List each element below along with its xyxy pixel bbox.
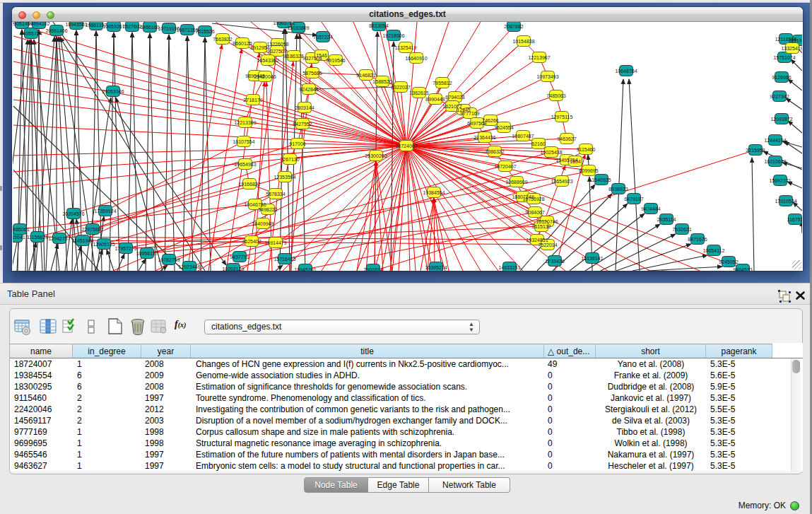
svg-text:7632621: 7632621 <box>672 227 691 232</box>
svg-text:16120746: 16120746 <box>536 219 558 224</box>
svg-text:5878334: 5878334 <box>266 192 285 197</box>
svg-text:3624554: 3624554 <box>494 125 513 130</box>
svg-text:9084067: 9084067 <box>525 210 544 215</box>
svg-text:15136141: 15136141 <box>581 256 603 261</box>
svg-text:7955812: 7955812 <box>433 81 452 86</box>
svg-text:10756928: 10756928 <box>522 197 544 201</box>
svg-text:21364436: 21364436 <box>473 135 495 140</box>
svg-text:9146821: 9146821 <box>356 73 375 78</box>
svg-text:12213967: 12213967 <box>528 55 550 60</box>
svg-text:6479197: 6479197 <box>624 197 643 201</box>
svg-text:9463627: 9463627 <box>557 136 576 141</box>
svg-text:7625402: 7625402 <box>242 239 261 244</box>
svg-text:62160: 62160 <box>531 141 546 146</box>
svg-text:19324851: 19324851 <box>526 238 548 243</box>
svg-text:3215958: 3215958 <box>746 148 765 153</box>
svg-text:20204576: 20204576 <box>62 211 84 216</box>
svg-text:19166822: 19166822 <box>238 182 260 187</box>
svg-text:12093872: 12093872 <box>770 117 792 122</box>
svg-text:8427552: 8427552 <box>293 122 312 127</box>
svg-text:9227342: 9227342 <box>770 94 789 99</box>
svg-text:10648784: 10648784 <box>615 69 637 74</box>
svg-text:29053346: 29053346 <box>102 89 124 94</box>
svg-text:9464533: 9464533 <box>733 267 752 271</box>
svg-text:20894102: 20894102 <box>28 22 49 26</box>
svg-text:7386322: 7386322 <box>485 149 504 154</box>
svg-text:14633151: 14633151 <box>498 265 520 270</box>
svg-text:12923446: 12923446 <box>178 264 200 269</box>
svg-text:17010534: 17010534 <box>775 199 796 204</box>
svg-text:1615132: 1615132 <box>531 224 551 229</box>
svg-text:16033809: 16033809 <box>287 25 309 30</box>
svg-text:13325419: 13325419 <box>781 46 802 51</box>
svg-text:20691406: 20691406 <box>45 28 67 33</box>
svg-text:9327509: 9327509 <box>267 49 286 54</box>
svg-text:7902614: 7902614 <box>363 267 382 271</box>
svg-text:12942757: 12942757 <box>48 236 70 241</box>
svg-text:6497568: 6497568 <box>467 121 486 126</box>
svg-text:6794028: 6794028 <box>445 95 464 100</box>
svg-text:11325419: 11325419 <box>395 45 417 50</box>
svg-text:16543362: 16543362 <box>257 58 278 63</box>
svg-text:12975115: 12975115 <box>551 115 573 119</box>
svg-text:16640910: 16640910 <box>405 56 427 61</box>
svg-text:8660125: 8660125 <box>233 41 252 46</box>
svg-text:11451944: 11451944 <box>72 238 94 243</box>
svg-text:18943581: 18943581 <box>65 22 87 27</box>
svg-text:15692371: 15692371 <box>769 178 791 183</box>
svg-text:5498222: 5498222 <box>258 207 277 212</box>
svg-text:25300203: 25300203 <box>365 153 387 158</box>
svg-text:9457791: 9457791 <box>230 255 249 259</box>
svg-text:1640925: 1640925 <box>592 177 611 182</box>
svg-text:10395214: 10395214 <box>425 265 447 270</box>
svg-text:10958117: 10958117 <box>136 251 158 256</box>
svg-text:6099695: 6099695 <box>579 168 598 173</box>
svg-text:9115460: 9115460 <box>577 147 596 152</box>
svg-text:1362615: 1362615 <box>409 90 428 95</box>
svg-text:18724007: 18724007 <box>395 144 417 148</box>
svg-text:6322037: 6322037 <box>391 85 410 90</box>
svg-text:16782759: 16782759 <box>158 257 180 262</box>
svg-text:2718170: 2718170 <box>243 98 262 103</box>
svg-text:15716485: 15716485 <box>273 257 295 262</box>
svg-text:23420046: 23420046 <box>254 74 276 79</box>
svg-text:12444194: 12444194 <box>764 138 786 143</box>
svg-text:11519784: 11519784 <box>789 38 802 43</box>
svg-text:7515526: 7515526 <box>195 29 214 34</box>
svg-text:116753: 116753 <box>787 217 802 222</box>
svg-text:10653267: 10653267 <box>102 24 124 29</box>
svg-text:12353594: 12353594 <box>273 175 295 180</box>
svg-text:9245052: 9245052 <box>719 259 738 264</box>
svg-text:917006: 917006 <box>289 141 305 146</box>
svg-text:10654112: 10654112 <box>703 248 725 253</box>
svg-text:17359924: 17359924 <box>94 209 116 214</box>
svg-text:8186328: 8186328 <box>284 54 303 59</box>
svg-text:11156829: 11156829 <box>27 235 48 240</box>
svg-text:10046786: 10046786 <box>244 202 266 207</box>
svg-text:5875685: 5875685 <box>302 71 322 76</box>
svg-text:3267130: 3267130 <box>280 157 299 162</box>
svg-text:10154838: 10154838 <box>512 39 534 44</box>
svg-text:10025438: 10025438 <box>540 150 562 155</box>
svg-text:12905135: 12905135 <box>93 242 114 247</box>
svg-text:16914479: 16914479 <box>264 240 286 245</box>
svg-text:7485063: 7485063 <box>546 93 565 98</box>
svg-text:8813054: 8813054 <box>369 23 388 28</box>
svg-text:16107554: 16107554 <box>233 139 254 144</box>
svg-text:10973493: 10973493 <box>536 74 558 79</box>
svg-text:12213369: 12213369 <box>234 120 256 125</box>
svg-text:1546: 1546 <box>316 53 327 58</box>
svg-text:9242848: 9242848 <box>299 87 318 92</box>
svg-text:7663822: 7663822 <box>213 37 232 42</box>
svg-text:13226058: 13226058 <box>266 42 288 47</box>
svg-text:18945701: 18945701 <box>294 267 316 271</box>
svg-text:7357224: 7357224 <box>313 35 332 40</box>
svg-text:10202129: 10202129 <box>222 267 244 271</box>
svg-text:1588520: 1588520 <box>372 79 392 84</box>
svg-text:8990448: 8990448 <box>425 97 445 102</box>
svg-text:9474444: 9474444 <box>641 206 660 211</box>
svg-text:5485061: 5485061 <box>13 227 30 232</box>
svg-text:19384554: 19384554 <box>423 190 445 195</box>
svg-text:18654923: 18654923 <box>551 179 572 184</box>
svg-text:16210643: 16210643 <box>764 159 786 164</box>
